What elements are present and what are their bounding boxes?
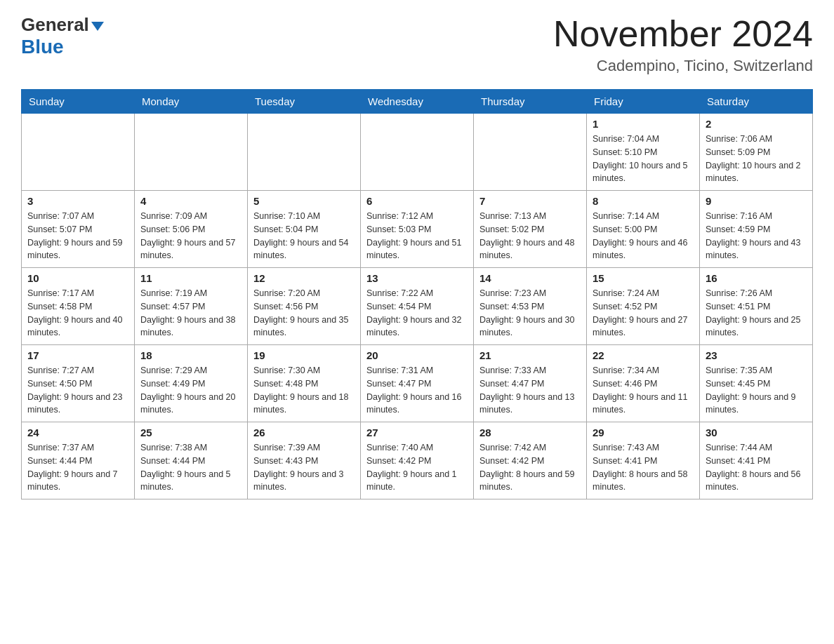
day-info: Sunrise: 7:37 AMSunset: 4:44 PMDaylight:… — [27, 441, 128, 494]
day-number: 23 — [706, 349, 807, 361]
calendar-cell-w2-d6: 16Sunrise: 7:26 AMSunset: 4:51 PMDayligh… — [700, 268, 813, 345]
calendar-header-row: Sunday Monday Tuesday Wednesday Thursday… — [22, 90, 813, 114]
calendar-table: Sunday Monday Tuesday Wednesday Thursday… — [21, 89, 813, 499]
day-number: 29 — [593, 427, 694, 438]
day-number: 22 — [593, 349, 694, 361]
calendar-cell-w1-d0: 3Sunrise: 7:07 AMSunset: 5:07 PMDaylight… — [22, 191, 135, 268]
col-header-friday: Friday — [587, 90, 700, 114]
calendar-cell-w3-d6: 23Sunrise: 7:35 AMSunset: 4:45 PMDayligh… — [700, 345, 813, 422]
day-info: Sunrise: 7:19 AMSunset: 4:57 PMDaylight:… — [140, 287, 241, 340]
calendar-cell-w2-d5: 15Sunrise: 7:24 AMSunset: 4:52 PMDayligh… — [587, 268, 700, 345]
col-header-saturday: Saturday — [700, 90, 813, 114]
day-number: 12 — [253, 272, 355, 284]
day-number: 24 — [27, 427, 128, 438]
day-number: 17 — [27, 349, 128, 361]
day-number: 11 — [140, 272, 241, 284]
calendar-cell-w0-d6: 2Sunrise: 7:06 AMSunset: 5:09 PMDaylight… — [700, 114, 813, 191]
day-number: 30 — [706, 427, 807, 438]
calendar-week-row-2: 10Sunrise: 7:17 AMSunset: 4:58 PMDayligh… — [22, 268, 813, 345]
day-info: Sunrise: 7:10 AMSunset: 5:04 PMDaylight:… — [253, 210, 355, 262]
calendar-week-row-3: 17Sunrise: 7:27 AMSunset: 4:50 PMDayligh… — [22, 345, 813, 422]
day-number: 28 — [479, 427, 581, 438]
day-number: 5 — [253, 195, 355, 207]
day-info: Sunrise: 7:20 AMSunset: 4:56 PMDaylight:… — [253, 287, 355, 340]
day-number: 26 — [253, 427, 355, 438]
page-header: General Blue November 2024 Cadempino, Ti… — [21, 14, 813, 75]
calendar-cell-w0-d1 — [135, 114, 248, 191]
month-title: November 2024 — [553, 14, 813, 54]
title-section: November 2024 Cadempino, Ticino, Switzer… — [553, 14, 813, 75]
day-info: Sunrise: 7:39 AMSunset: 4:43 PMDaylight:… — [253, 441, 355, 494]
calendar-cell-w1-d3: 6Sunrise: 7:12 AMSunset: 5:03 PMDaylight… — [361, 191, 474, 268]
day-number: 20 — [366, 349, 468, 361]
calendar-cell-w3-d4: 21Sunrise: 7:33 AMSunset: 4:47 PMDayligh… — [474, 345, 587, 422]
calendar-week-row-4: 24Sunrise: 7:37 AMSunset: 4:44 PMDayligh… — [22, 422, 813, 499]
day-number: 27 — [366, 427, 468, 438]
calendar-cell-w4-d0: 24Sunrise: 7:37 AMSunset: 4:44 PMDayligh… — [22, 422, 135, 499]
day-number: 21 — [479, 349, 581, 361]
calendar-cell-w4-d6: 30Sunrise: 7:44 AMSunset: 4:41 PMDayligh… — [700, 422, 813, 499]
calendar-cell-w3-d5: 22Sunrise: 7:34 AMSunset: 4:46 PMDayligh… — [587, 345, 700, 422]
day-number: 19 — [253, 349, 355, 361]
day-info: Sunrise: 7:04 AMSunset: 5:10 PMDaylight:… — [593, 133, 694, 185]
day-number: 10 — [27, 272, 128, 284]
day-info: Sunrise: 7:35 AMSunset: 4:45 PMDaylight:… — [706, 364, 807, 417]
day-number: 15 — [593, 272, 694, 284]
day-number: 9 — [706, 195, 807, 207]
calendar-week-row-0: 1Sunrise: 7:04 AMSunset: 5:10 PMDaylight… — [22, 114, 813, 191]
col-header-monday: Monday — [135, 90, 248, 114]
day-number: 6 — [366, 195, 468, 207]
day-info: Sunrise: 7:17 AMSunset: 4:58 PMDaylight:… — [27, 287, 128, 340]
logo-triangle-icon — [91, 22, 104, 31]
day-info: Sunrise: 7:33 AMSunset: 4:47 PMDaylight:… — [479, 364, 581, 417]
calendar-cell-w1-d6: 9Sunrise: 7:16 AMSunset: 4:59 PMDaylight… — [700, 191, 813, 268]
day-info: Sunrise: 7:23 AMSunset: 4:53 PMDaylight:… — [479, 287, 581, 340]
day-number: 14 — [479, 272, 581, 284]
calendar-cell-w2-d2: 12Sunrise: 7:20 AMSunset: 4:56 PMDayligh… — [248, 268, 361, 345]
calendar-cell-w3-d2: 19Sunrise: 7:30 AMSunset: 4:48 PMDayligh… — [248, 345, 361, 422]
calendar-cell-w2-d1: 11Sunrise: 7:19 AMSunset: 4:57 PMDayligh… — [135, 268, 248, 345]
day-info: Sunrise: 7:27 AMSunset: 4:50 PMDaylight:… — [27, 364, 128, 417]
day-number: 7 — [479, 195, 581, 207]
calendar-cell-w0-d5: 1Sunrise: 7:04 AMSunset: 5:10 PMDaylight… — [587, 114, 700, 191]
day-info: Sunrise: 7:06 AMSunset: 5:09 PMDaylight:… — [706, 133, 807, 185]
day-number: 18 — [140, 349, 241, 361]
calendar-cell-w0-d3 — [361, 114, 474, 191]
col-header-tuesday: Tuesday — [248, 90, 361, 114]
day-info: Sunrise: 7:26 AMSunset: 4:51 PMDaylight:… — [706, 287, 807, 340]
day-info: Sunrise: 7:38 AMSunset: 4:44 PMDaylight:… — [140, 441, 241, 494]
day-number: 8 — [593, 195, 694, 207]
calendar-cell-w3-d0: 17Sunrise: 7:27 AMSunset: 4:50 PMDayligh… — [22, 345, 135, 422]
calendar-cell-w1-d5: 8Sunrise: 7:14 AMSunset: 5:00 PMDaylight… — [587, 191, 700, 268]
calendar-cell-w2-d3: 13Sunrise: 7:22 AMSunset: 4:54 PMDayligh… — [361, 268, 474, 345]
calendar-cell-w4-d1: 25Sunrise: 7:38 AMSunset: 4:44 PMDayligh… — [135, 422, 248, 499]
calendar-cell-w0-d4 — [474, 114, 587, 191]
calendar-cell-w0-d0 — [22, 114, 135, 191]
day-number: 4 — [140, 195, 241, 207]
day-info: Sunrise: 7:13 AMSunset: 5:02 PMDaylight:… — [479, 210, 581, 262]
logo-general-text: General — [21, 14, 89, 36]
day-info: Sunrise: 7:24 AMSunset: 4:52 PMDaylight:… — [593, 287, 694, 340]
day-info: Sunrise: 7:29 AMSunset: 4:49 PMDaylight:… — [140, 364, 241, 417]
location-title: Cadempino, Ticino, Switzerland — [553, 57, 813, 75]
col-header-sunday: Sunday — [22, 90, 135, 114]
day-info: Sunrise: 7:07 AMSunset: 5:07 PMDaylight:… — [27, 210, 128, 262]
day-info: Sunrise: 7:14 AMSunset: 5:00 PMDaylight:… — [593, 210, 694, 262]
calendar-cell-w1-d1: 4Sunrise: 7:09 AMSunset: 5:06 PMDaylight… — [135, 191, 248, 268]
day-number: 13 — [366, 272, 468, 284]
calendar-cell-w1-d4: 7Sunrise: 7:13 AMSunset: 5:02 PMDaylight… — [474, 191, 587, 268]
day-info: Sunrise: 7:22 AMSunset: 4:54 PMDaylight:… — [366, 287, 468, 340]
calendar-cell-w2-d4: 14Sunrise: 7:23 AMSunset: 4:53 PMDayligh… — [474, 268, 587, 345]
day-number: 16 — [706, 272, 807, 284]
calendar-cell-w3-d1: 18Sunrise: 7:29 AMSunset: 4:49 PMDayligh… — [135, 345, 248, 422]
day-number: 1 — [593, 118, 694, 130]
day-number: 2 — [706, 118, 807, 130]
day-info: Sunrise: 7:43 AMSunset: 4:41 PMDaylight:… — [593, 441, 694, 494]
day-info: Sunrise: 7:31 AMSunset: 4:47 PMDaylight:… — [366, 364, 468, 417]
logo: General Blue — [21, 14, 104, 58]
logo-blue-text: Blue — [21, 36, 64, 58]
calendar-cell-w4-d3: 27Sunrise: 7:40 AMSunset: 4:42 PMDayligh… — [361, 422, 474, 499]
calendar-cell-w1-d2: 5Sunrise: 7:10 AMSunset: 5:04 PMDaylight… — [248, 191, 361, 268]
day-info: Sunrise: 7:12 AMSunset: 5:03 PMDaylight:… — [366, 210, 468, 262]
col-header-thursday: Thursday — [474, 90, 587, 114]
